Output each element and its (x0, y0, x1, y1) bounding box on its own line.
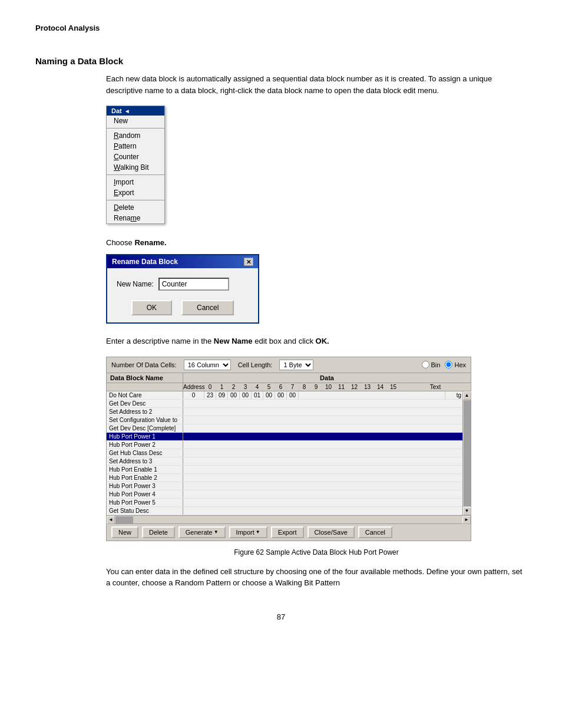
context-menu: Dat ◄ New Random Pattern Counter Walking… (106, 106, 165, 224)
new-name-label: New Name: (117, 280, 154, 288)
row-name-set-addr-2: Set Address to 2 (107, 408, 183, 416)
name-col-spacer (107, 383, 183, 391)
bin-radio[interactable] (422, 361, 429, 368)
menu-separator-3 (107, 200, 164, 200)
col-h-3: 3 (240, 383, 252, 391)
row-data-0-7: 00 (287, 391, 299, 399)
context-menu-screenshot: Dat ◄ New Random Pattern Counter Walking… (106, 106, 527, 224)
row-data-empty-5 (183, 433, 462, 440)
data-block-table-screenshot: Number Of Data Cells: 16 Column Cell Len… (106, 357, 471, 541)
row-addr-0: 0 (183, 391, 204, 399)
menu-item-pattern[interactable]: Pattern (107, 141, 164, 151)
menu-item-counter[interactable]: Counter (107, 151, 164, 162)
row-data-empty-6 (183, 441, 462, 449)
new-name-input[interactable] (158, 278, 229, 291)
hex-label: Hex (454, 361, 466, 368)
cells-label: Number Of Data Cells: (111, 361, 177, 368)
table-row: Hub Port Enable 2 (107, 474, 462, 482)
col-h-12: 12 (348, 383, 361, 391)
row-data-0-4: 01 (252, 391, 263, 399)
generate-arrow-icon: ▼ (214, 529, 219, 535)
table-row: Get Dev Desc (107, 400, 462, 408)
rename-dialog-title-text: Rename Data Block (112, 258, 178, 266)
row-name-do-not-care: Do Not Care (107, 391, 183, 399)
table-row: Hub Port Power 5 (107, 499, 462, 507)
table-row-highlighted: Hub Port Power 1 (107, 433, 462, 441)
row-name-get-dev-desc: Get Dev Desc (107, 400, 183, 407)
scrollbar-right-button[interactable]: ► (462, 516, 471, 524)
col-h-1: 1 (216, 383, 228, 391)
menu-item-random[interactable]: Random (107, 130, 164, 141)
scrollbar-up-button[interactable]: ▲ (463, 391, 471, 400)
import-button[interactable]: Import ▼ (229, 526, 267, 538)
import-label: Import (236, 529, 254, 536)
delete-button[interactable]: Delete (142, 526, 175, 538)
rename-cancel-button[interactable]: Cancel (181, 300, 234, 315)
col-h-2: 2 (228, 383, 240, 391)
body-text-bottom: You can enter data in the defined cell s… (106, 566, 527, 589)
close-save-button[interactable]: Close/Save (308, 526, 355, 538)
row-data-empty-12 (183, 490, 462, 498)
row-name-hub-port-power-2: Hub Port Power 2 (107, 441, 183, 449)
hex-radio[interactable] (445, 361, 452, 368)
table-rows-container: Do Not Care 0 23 09 00 00 01 00 00 00 tg… (107, 391, 462, 515)
generate-button[interactable]: Generate ▼ (178, 526, 226, 538)
cancel-button[interactable]: Cancel (358, 526, 392, 538)
vertical-scrollbar[interactable]: ▲ ▼ (462, 391, 471, 515)
row-data-empty-11 (183, 482, 462, 490)
data-block-bottom-bar: New Delete Generate ▼ Import ▼ Export Cl… (107, 523, 471, 541)
row-name-get-hub-class: Get Hub Class Desc (107, 449, 183, 457)
rename-field-row: New Name: (117, 278, 249, 291)
length-label: Cell Length: (238, 361, 273, 368)
menu-item-rename[interactable]: Rename (107, 213, 164, 223)
intro-text: Each new data block is automatically ass… (106, 73, 527, 96)
table-row: Set Configuration Value to (107, 416, 462, 424)
row-name-hub-port-power-4: Hub Port Power 4 (107, 490, 183, 498)
scrollbar-thumb[interactable] (464, 400, 471, 506)
col-h-4: 4 (252, 383, 263, 391)
ok-bold: OK. (316, 337, 329, 345)
page-header: Protocol Analysis (35, 24, 527, 32)
menu-item-import[interactable]: Import (107, 177, 164, 187)
row-name-get-statu-desc: Get Statu Desc (107, 507, 183, 515)
menu-item-new[interactable]: New (107, 116, 164, 126)
context-menu-header-text: Dat (111, 107, 122, 114)
address-col-header: Address (183, 383, 204, 391)
table-row: Hub Port Enable 1 (107, 466, 462, 474)
hex-radio-option[interactable]: Hex (445, 361, 466, 368)
cells-select[interactable]: 16 Column (184, 360, 231, 370)
new-name-bold: New Name (214, 337, 253, 345)
row-data-empty-13 (183, 499, 462, 506)
menu-item-delete[interactable]: Delete (107, 202, 164, 213)
row-name-set-config: Set Configuration Value to (107, 416, 183, 424)
new-button[interactable]: New (111, 526, 138, 538)
rename-dialog-body: New Name: OK Cancel (107, 268, 258, 322)
menu-item-export[interactable]: Export (107, 187, 164, 198)
menu-item-walking-bit[interactable]: Walking Bit (107, 162, 164, 173)
rename-dialog-close-button[interactable]: ✕ (244, 258, 253, 266)
table-row: Do Not Care 0 23 09 00 00 01 00 00 00 tg (107, 391, 462, 400)
row-data-0-1: 09 (216, 391, 228, 399)
menu-separator-1 (107, 128, 164, 129)
data-columns-subheader: Address 0 1 2 3 4 5 6 7 8 9 10 11 12 13 … (107, 383, 471, 391)
scrollbar-thumb-h[interactable] (115, 516, 133, 523)
choose-rename-instruction: Choose Rename. (106, 238, 527, 247)
row-data-0-5: 00 (263, 391, 275, 399)
row-data-0-0: 23 (204, 391, 216, 399)
row-text-flag-0: tg (445, 391, 462, 399)
col-h-7: 7 (287, 383, 299, 391)
table-row: Get Hub Class Desc (107, 449, 462, 457)
col-h-6: 6 (275, 383, 287, 391)
length-select[interactable]: 1 Byte (279, 360, 313, 370)
row-name-hub-port-enable-1: Hub Port Enable 1 (107, 466, 183, 473)
bin-radio-option[interactable]: Bin (422, 361, 441, 368)
table-row: Set Address to 3 (107, 457, 462, 466)
row-data-empty-9 (183, 466, 462, 473)
scrollbar-down-button[interactable]: ▼ (463, 507, 471, 515)
row-data-0-2: 00 (228, 391, 240, 399)
export-button[interactable]: Export (271, 526, 304, 538)
scrollbar-track-h (134, 516, 462, 523)
horizontal-scrollbar[interactable]: ◄ ► (107, 515, 471, 523)
rename-ok-button[interactable]: OK (131, 300, 172, 315)
scrollbar-left-button[interactable]: ◄ (107, 516, 115, 524)
